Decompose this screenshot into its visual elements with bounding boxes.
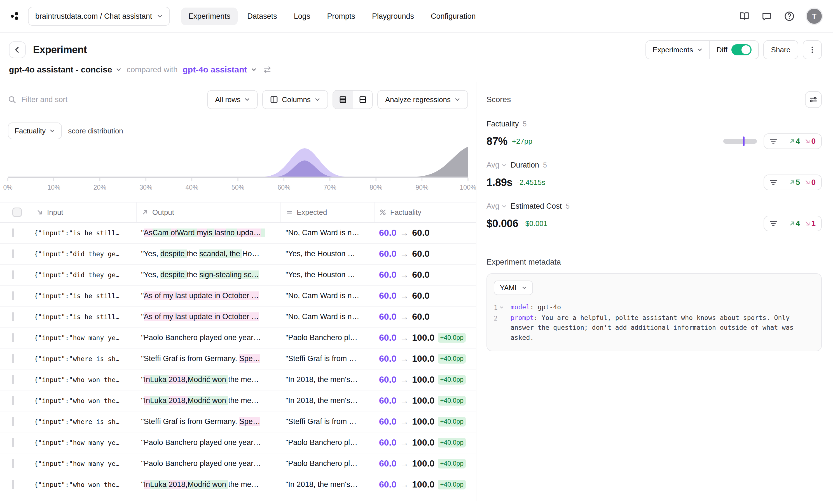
factuality-filter-box[interactable]: 4 0 (764, 133, 822, 149)
docs-book-icon[interactable] (739, 11, 749, 22)
chevron-down-icon (522, 285, 527, 290)
table-row[interactable]: {"input":"how many ye…"Paolo Banchero pl… (0, 432, 476, 453)
comparison-experiment-selector[interactable]: gpt-4o assistant (183, 65, 257, 74)
table-row[interactable]: {"input":"how many ye…"Paolo Banchero pl… (0, 328, 476, 349)
column-header-expected[interactable]: Expected (281, 202, 374, 222)
table-row[interactable]: {"input":"where is sh…"Steffi Graf is fr… (0, 349, 476, 370)
score-item-estimated-cost: Avg Estimated Cost 5 $0.006 -$0.001 4 (486, 202, 822, 231)
score-mini-bar (723, 139, 757, 144)
arrow-right-icon: → (400, 375, 409, 385)
rows-filter-button[interactable]: All rows (207, 90, 258, 109)
baseline-experiment-selector[interactable]: gpt-4o assistant - concise (9, 65, 121, 74)
column-header-factuality[interactable]: Factuality (374, 202, 476, 222)
row-checkbox-cell (0, 417, 31, 426)
aggregation-selector[interactable]: Avg (486, 161, 507, 170)
svg-text:30%: 30% (139, 184, 152, 191)
toggle-knob (741, 45, 751, 54)
split-view-button[interactable] (353, 91, 372, 108)
aggregation-selector[interactable]: Avg (486, 202, 507, 210)
back-button[interactable] (9, 42, 26, 58)
delta-badge: +40.0pp (438, 501, 466, 501)
row-checkbox[interactable] (12, 480, 14, 489)
score-value: 1.89s (486, 176, 513, 188)
share-button[interactable]: Share (763, 40, 798, 59)
factuality-cell: 60.0→100.0+40.0pp (374, 437, 476, 448)
table-row[interactable]: {"input":"where is sh…"Steffi Graf is fr… (0, 495, 476, 501)
score-name: Estimated Cost (510, 202, 562, 210)
list-view-button[interactable] (333, 91, 353, 108)
row-checkbox[interactable] (12, 333, 14, 342)
cost-filter-box[interactable]: 4 1 (764, 216, 822, 231)
project-selector[interactable]: braintrustdata.com / Chat assistant (28, 7, 170, 26)
table-row[interactable]: {"input":"how many ye…"Paolo Banchero pl… (0, 453, 476, 474)
expected-cell: "Paolo Banchero pl… (281, 438, 374, 447)
select-all-checkbox[interactable] (12, 207, 22, 217)
table-row[interactable]: {"input":"did they ge…"Yes, despite the … (0, 244, 476, 264)
row-checkbox[interactable] (12, 417, 14, 426)
format-label: YAML (500, 284, 518, 292)
comparison-score: 60.0 (379, 500, 396, 501)
feedback-chat-icon[interactable] (761, 11, 772, 22)
column-label: Output (152, 208, 174, 217)
column-header-input[interactable]: Input (31, 202, 136, 222)
distribution-caption: score distribution (68, 127, 123, 135)
table-row[interactable]: {"input":"did they ge…"Yes, despite the … (0, 264, 476, 285)
tab-playgrounds[interactable]: Playgrounds (365, 7, 421, 25)
tab-datasets[interactable]: Datasets (240, 7, 284, 25)
tab-configuration[interactable]: Configuration (424, 7, 483, 25)
factuality-cell: 60.0→60.0 (374, 228, 476, 238)
help-icon[interactable] (784, 10, 795, 22)
table-row[interactable]: {"input":"is he still…"AsCam ofWard myis… (0, 223, 476, 244)
delta-badge: +40.0pp (438, 333, 466, 343)
arrow-right-icon: → (400, 249, 409, 259)
experiments-menu-label: Experiments (653, 46, 693, 54)
table-row[interactable]: {"input":"is he still…"As of my last upd… (0, 285, 476, 306)
analyze-regressions-button[interactable]: Analyze regressions (377, 90, 468, 109)
table-row[interactable]: {"input":"where is sh…"Steffi Graf is fr… (0, 411, 476, 432)
table-row[interactable]: {"input":"who won the…"InLuka 2018,Modri… (0, 370, 476, 390)
improvements-stat: 4 (789, 219, 800, 228)
user-avatar[interactable]: T (807, 9, 822, 24)
more-options-button[interactable] (803, 40, 822, 59)
line-number[interactable]: 2 (494, 313, 510, 343)
row-checkbox[interactable] (12, 250, 14, 258)
filter-search[interactable]: Filter and sort (8, 95, 203, 104)
arrow-up-right-icon (789, 220, 795, 227)
row-checkbox[interactable] (12, 438, 14, 447)
score-delta: +27pp (512, 137, 532, 146)
row-checkbox[interactable] (12, 459, 14, 468)
braintrust-logo-icon[interactable] (8, 10, 22, 22)
arrow-right-icon: → (400, 311, 409, 322)
duration-filter-box[interactable]: 5 0 (764, 175, 822, 190)
main-content: Filter and sort All rows Columns An (0, 82, 833, 501)
list-view-icon (339, 96, 347, 103)
row-checkbox[interactable] (12, 228, 14, 237)
experiments-menu-button[interactable]: Experiments (646, 41, 710, 59)
scores-settings-button[interactable] (805, 91, 822, 108)
metadata-format-selector[interactable]: YAML (494, 280, 533, 295)
line-number[interactable]: 1 (494, 302, 510, 313)
row-checkbox-cell (0, 438, 31, 447)
column-header-output[interactable]: Output (136, 202, 281, 222)
score-item-duration: Avg Duration 5 1.89s -2.4515s 5 (486, 161, 822, 190)
row-checkbox[interactable] (12, 375, 14, 384)
row-checkbox[interactable] (12, 396, 14, 405)
row-checkbox[interactable] (12, 354, 14, 363)
swap-experiments-icon[interactable] (263, 66, 272, 74)
table-row[interactable]: {"input":"who won the…"InLuka 2018,Modri… (0, 474, 476, 495)
tab-prompts[interactable]: Prompts (320, 7, 362, 25)
columns-button[interactable]: Columns (262, 90, 328, 109)
row-checkbox[interactable] (12, 292, 14, 300)
distribution-metric-selector[interactable]: Factuality (8, 123, 62, 139)
chevron-down-icon (315, 97, 320, 102)
tab-logs[interactable]: Logs (287, 7, 318, 25)
tab-experiments[interactable]: Experiments (181, 7, 238, 25)
table-row[interactable]: {"input":"who won the…"InLuka 2018,Modri… (0, 390, 476, 411)
output-cell: "InLuka 2018,Modrić won the me… (136, 480, 281, 489)
svg-text:70%: 70% (324, 184, 336, 191)
diff-toggle[interactable] (731, 44, 752, 55)
row-checkbox[interactable] (12, 271, 14, 279)
table-row[interactable]: {"input":"is he still…"As of my last upd… (0, 306, 476, 328)
columns-label: Columns (282, 95, 311, 104)
row-checkbox[interactable] (12, 312, 14, 321)
